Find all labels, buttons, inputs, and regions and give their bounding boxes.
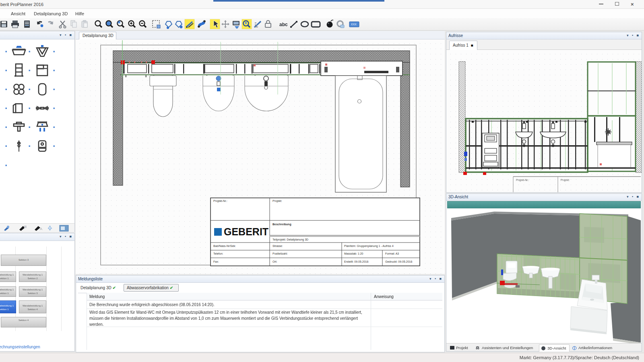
svg-text:Ort:: Ort: [272,260,277,263]
svg-text:Strasse:: Strasse: [272,245,283,247]
svg-text:PlanItem: Gruppenplanung 1 - A: PlanItem: Gruppenplanung 1 - Aufriss 4 [344,245,394,248]
svg-text:GEBERIT: GEBERIT [224,226,268,237]
svg-text:abc: abc [279,22,288,27]
svg-text:Beschreibung: Beschreibung [272,223,291,226]
svg-text:Erstellt: 09.05.2016: Erstellt: 09.05.2016 [344,260,368,263]
svg-text:Teilprojekt: Detailplanung 3D: Teilprojekt: Detailplanung 3D [272,238,308,241]
svg-text:Bad/Nass-Nr/Sek:: Bad/Nass-Nr/Sek: [213,245,236,247]
svg-text:A: A [40,227,42,231]
svg-text:Telefon:: Telefon: [213,252,223,255]
svg-text:Projekt:: Projekt: [561,179,570,182]
svg-text:Gedruckt: 09.05.2016: Gedruckt: 09.05.2016 [385,260,412,263]
svg-text:Format: A3: Format: A3 [385,252,399,255]
svg-text:Fax:: Fax: [213,260,219,263]
svg-text:Projekt:: Projekt: [272,200,282,203]
svg-text:Massstab: 1:20: Massstab: 1:20 [344,252,363,255]
svg-text:Projekt-Nr.:: Projekt-Nr.: [213,200,227,203]
svg-text:XXX: XXX [351,23,357,26]
svg-text:Projekt-Nr.:: Projekt-Nr.: [516,179,529,182]
svg-text:Postleitzahl:: Postleitzahl: [272,252,288,255]
